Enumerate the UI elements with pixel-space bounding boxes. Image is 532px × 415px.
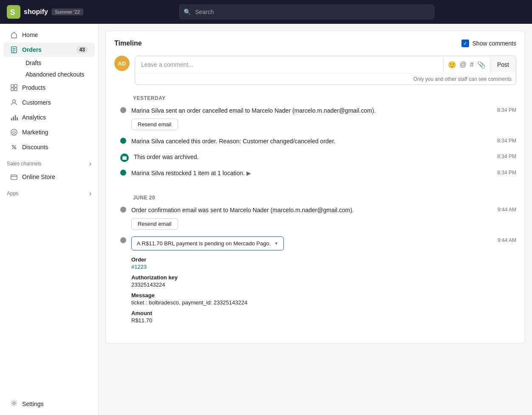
user-avatar: AD xyxy=(114,56,130,71)
svg-point-15 xyxy=(11,129,17,135)
svg-rect-12 xyxy=(13,117,14,120)
sidebar-item-abandoned[interactable]: Abandoned checkouts xyxy=(22,69,95,80)
customers-icon xyxy=(10,99,18,106)
svg-point-17 xyxy=(14,148,16,149)
apps-section[interactable]: Apps › xyxy=(0,185,98,199)
event-time: 9:44 AM xyxy=(498,207,516,213)
sidebar-item-orders[interactable]: Orders 43 xyxy=(3,43,95,57)
auth-key-label: Authorization key xyxy=(131,274,516,281)
event-dot-grey-2 xyxy=(120,237,126,243)
timeline-event: Marina Silva restocked 1 item at 1 locat… xyxy=(114,169,516,178)
event-main: Marina Silva canceled this order. Reason… xyxy=(131,137,516,146)
svg-rect-7 xyxy=(14,85,17,87)
mention-icon[interactable]: @ xyxy=(460,61,467,68)
sales-channels-label: Sales channels xyxy=(7,161,41,167)
timeline-header: Timeline ✓ Show comments xyxy=(114,40,516,47)
online-store-icon xyxy=(10,173,18,181)
comment-note: Only you and other staff can see comment… xyxy=(135,73,516,85)
sidebar-item-analytics[interactable]: Analytics xyxy=(3,110,95,125)
date-june20: JUNE 20 xyxy=(114,195,516,201)
topbar: S shopify Summer '22 🔍 xyxy=(0,0,532,24)
timeline-event: Order confirmation email was sent to Mar… xyxy=(114,206,516,230)
settings-icon xyxy=(10,399,18,408)
sidebar-item-online-store[interactable]: Online Store xyxy=(3,170,95,184)
sidebar-item-discounts[interactable]: Discounts xyxy=(3,140,95,154)
timeline-event-payment: A R$11.70 BRL payment is pending on Merc… xyxy=(114,236,516,328)
sidebar-item-products[interactable]: Products xyxy=(3,80,95,95)
svg-line-18 xyxy=(12,145,16,149)
svg-rect-11 xyxy=(11,118,12,120)
event-time: 8:34 PM xyxy=(497,170,516,176)
event-time: 8:34 PM xyxy=(497,138,516,144)
event-content: Marina Silva canceled this order. Reason… xyxy=(131,137,516,146)
event-main: Order confirmation email was sent to Mar… xyxy=(131,206,516,215)
event-time: 8:34 PM xyxy=(497,153,516,159)
comment-row: AD 🙂 @ # 📎 Post Only you and other staff xyxy=(114,56,516,85)
comment-input[interactable] xyxy=(135,56,443,73)
svg-rect-14 xyxy=(17,117,18,120)
message-label: Message xyxy=(131,292,516,298)
avatar-initials: AD xyxy=(118,60,126,67)
post-button[interactable]: Post xyxy=(490,57,516,72)
svg-rect-22 xyxy=(122,156,127,157)
expand-arrow-icon[interactable]: ▶ xyxy=(246,170,251,176)
auth-key-value: 23325143224 xyxy=(131,281,516,288)
event-time-payment: 9:44 AM xyxy=(498,237,516,243)
layout: Home Orders 43 Drafts Abandoned checkout… xyxy=(0,24,532,415)
event-text: Marina Silva restocked 1 item at 1 locat… xyxy=(131,169,251,178)
svg-rect-13 xyxy=(15,115,16,121)
svg-rect-6 xyxy=(11,85,14,87)
svg-rect-8 xyxy=(11,88,14,91)
timeline-event: Marina Silva canceled this order. Reason… xyxy=(114,137,516,146)
marketing-icon xyxy=(10,128,18,136)
comment-input-area: 🙂 @ # 📎 Post Only you and other staff ca… xyxy=(135,56,516,85)
timeline-event: Marina Silva sent an order cancelled ema… xyxy=(114,106,516,130)
home-icon xyxy=(10,31,18,39)
orders-label: Orders xyxy=(22,46,42,53)
analytics-icon xyxy=(10,114,18,121)
resend-email-button[interactable]: Resend email xyxy=(131,119,178,130)
event-content: Order confirmation email was sent to Mar… xyxy=(131,206,516,230)
hashtag-icon[interactable]: # xyxy=(470,61,474,68)
event-main: This order was archived. 8:34 PM xyxy=(134,153,516,162)
dropdown-arrow-icon: ▼ xyxy=(274,241,278,246)
order-link[interactable]: #1223 xyxy=(131,264,147,270)
search-input[interactable] xyxy=(179,5,434,19)
show-comments-toggle[interactable]: ✓ Show comments xyxy=(461,40,516,47)
detail-amount: Amount R$11.70 xyxy=(131,310,516,324)
event-time: 8:34 PM xyxy=(497,107,516,113)
sales-channels-section[interactable]: Sales channels › xyxy=(0,155,98,169)
marketing-label: Marketing xyxy=(22,129,48,136)
online-store-label: Online Store xyxy=(22,173,55,180)
detail-message: Message ticket : bolbradesco, payment_id… xyxy=(131,292,516,306)
svg-rect-21 xyxy=(122,157,127,160)
event-content: Marina Silva sent an order cancelled ema… xyxy=(131,106,516,130)
resend-email-button-2[interactable]: Resend email xyxy=(131,218,178,230)
search-icon: 🔍 xyxy=(184,9,191,15)
timeline-event: This order was archived. 8:34 PM xyxy=(114,153,516,162)
search-area: 🔍 xyxy=(179,5,434,19)
brand-name: shopify xyxy=(24,8,48,16)
sidebar-item-drafts[interactable]: Drafts xyxy=(22,57,95,68)
attachment-icon[interactable]: 📎 xyxy=(477,61,486,69)
payment-card-text: A R$11.70 BRL payment is pending on Merc… xyxy=(137,240,271,247)
event-dot-teal xyxy=(120,170,126,176)
show-comments-checkbox[interactable]: ✓ xyxy=(461,40,469,47)
emoji-icon[interactable]: 🙂 xyxy=(448,61,456,69)
shopify-logo-icon: S xyxy=(7,5,20,19)
event-text: Marina Silva sent an order cancelled ema… xyxy=(131,106,376,115)
payment-card[interactable]: A R$11.70 BRL payment is pending on Merc… xyxy=(131,236,284,250)
svg-point-20 xyxy=(13,402,15,404)
settings-item[interactable]: Settings xyxy=(3,396,95,412)
comment-input-top: 🙂 @ # 📎 Post xyxy=(135,56,516,73)
sidebar-item-customers[interactable]: Customers xyxy=(3,95,95,110)
sidebar-item-home[interactable]: Home xyxy=(3,28,95,42)
event-main: Marina Silva sent an order cancelled ema… xyxy=(131,106,516,115)
settings-label: Settings xyxy=(22,401,44,407)
event-text: Marina Silva canceled this order. Reason… xyxy=(131,137,335,146)
logo-area: S shopify Summer '22 xyxy=(7,5,83,19)
analytics-label: Analytics xyxy=(22,114,46,121)
sidebar-item-marketing[interactable]: Marketing xyxy=(3,125,95,139)
version-badge: Summer '22 xyxy=(51,9,83,15)
payment-detail-block: Order #1223 Authorization key 2332514322… xyxy=(131,256,516,324)
